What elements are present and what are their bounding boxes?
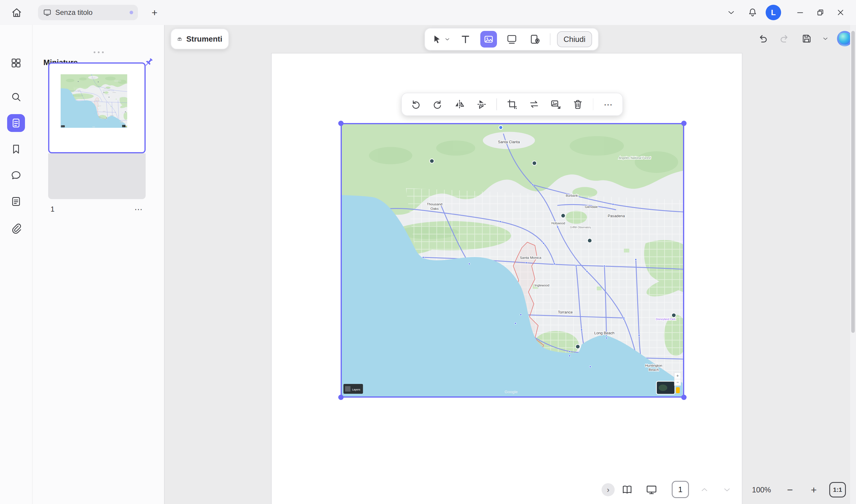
place-tool[interactable] (527, 31, 543, 48)
thumbnails-panel: Miniature 1 ⋯ (33, 25, 165, 504)
paperclip-icon (10, 222, 22, 234)
rotate-right-button[interactable] (431, 97, 445, 111)
page-thumbnail-row: 1 ⋯ (48, 203, 146, 215)
redo-icon (779, 32, 791, 45)
place-icon (529, 33, 541, 45)
swap-icon (528, 98, 540, 110)
panel-drag-handle[interactable] (91, 50, 106, 55)
sidebar-item-search[interactable] (7, 88, 25, 106)
save-options-button[interactable] (821, 32, 829, 46)
sidebar-item-bookmark[interactable] (7, 140, 25, 158)
search-icon (10, 91, 22, 103)
image-tool[interactable] (480, 31, 497, 48)
chevron-down-icon (822, 35, 829, 42)
restore-button[interactable] (812, 4, 829, 21)
editor-canvas-area: Strumenti Chiudi (165, 25, 856, 504)
notifications-button[interactable] (744, 4, 761, 21)
presentation-icon (645, 484, 658, 496)
sidebar-item-comments[interactable] (7, 166, 25, 184)
zoom-out-button[interactable]: − (783, 477, 797, 503)
image-more-button[interactable]: ⋯ (602, 97, 615, 111)
apps-grid-icon (10, 57, 22, 69)
next-page-button[interactable] (720, 477, 734, 503)
undo-button[interactable] (755, 32, 770, 46)
undo-icon (756, 32, 769, 45)
page-number-input[interactable] (672, 481, 689, 498)
text-tool[interactable] (457, 31, 474, 48)
bookmark-icon (10, 143, 22, 155)
map-image (342, 124, 683, 396)
select-tool[interactable] (431, 33, 450, 45)
flip-horizontal-icon (453, 98, 465, 110)
flip-horizontal-button[interactable] (453, 97, 466, 111)
sidebar-item-apps[interactable] (7, 54, 25, 72)
sidebar-item-document[interactable] (7, 114, 25, 132)
notes-icon (10, 196, 22, 208)
minimize-button[interactable] (792, 4, 808, 21)
zoom-level[interactable]: 100% (747, 477, 776, 503)
resize-handle-bottom-right[interactable] (681, 395, 686, 400)
page-thumbnail-more-button[interactable]: ⋯ (135, 204, 146, 214)
tools-gift-icon (177, 34, 182, 44)
crop-button[interactable] (505, 97, 519, 111)
document-page[interactable] (271, 53, 743, 504)
chevron-down-icon (726, 8, 736, 17)
image-icon (483, 33, 495, 45)
app-window: Santa Clarita Angeles National Forest Th… (0, 0, 856, 504)
image-toolbar-divider (593, 98, 593, 110)
document-icon (10, 117, 22, 129)
delete-button[interactable] (571, 97, 585, 111)
comment-icon (10, 169, 22, 181)
unsaved-indicator (130, 11, 133, 14)
zoom-in-button[interactable]: + (807, 477, 820, 503)
scrollbar-thumb[interactable] (851, 31, 855, 333)
cursor-icon (431, 33, 443, 45)
flip-vertical-button[interactable] (475, 97, 488, 111)
previous-page-button[interactable] (698, 477, 711, 503)
restore-icon (815, 7, 825, 18)
resize-handle-bottom-left[interactable] (338, 395, 344, 400)
save-button[interactable] (800, 32, 814, 46)
close-icon (836, 7, 845, 18)
page-thumbnail-map (60, 74, 127, 128)
swap-button[interactable] (527, 97, 541, 111)
trash-icon (572, 98, 584, 110)
tools-button[interactable]: Strumenti (171, 29, 229, 49)
toolbar-divider (550, 33, 550, 45)
title-bar: Senza titolo + L (0, 0, 856, 25)
crop-icon (506, 98, 518, 110)
account-avatar[interactable]: L (766, 5, 781, 20)
replace-image-button[interactable] (549, 97, 563, 111)
text-tool-icon (460, 33, 471, 45)
sidebar-item-attachments[interactable] (7, 219, 25, 237)
close-window-button[interactable] (832, 4, 849, 21)
close-edit-button[interactable]: Chiudi (557, 31, 592, 47)
frame-icon (506, 33, 518, 45)
rotate-left-button[interactable] (409, 97, 423, 111)
document-tab[interactable]: Senza titolo (38, 5, 138, 20)
minimize-icon (795, 7, 805, 18)
board-icon (43, 8, 52, 17)
sidebar-item-notes[interactable] (7, 193, 25, 211)
resize-handle-top-right[interactable] (681, 121, 686, 126)
image-toolbar: ⋯ (401, 93, 623, 116)
main-toolbar: Chiudi (425, 28, 599, 51)
redo-button[interactable] (778, 32, 792, 46)
rotate-left-icon (410, 98, 422, 110)
chevron-down-icon (444, 36, 450, 42)
tabs-dropdown-button[interactable] (723, 4, 739, 21)
app-sidebar (0, 25, 33, 504)
book-icon (621, 484, 634, 496)
fit-actual-size-button[interactable]: 1:1 (829, 482, 846, 498)
resize-handle-top-left[interactable] (338, 121, 344, 126)
reader-mode-button[interactable] (620, 477, 635, 503)
present-mode-button[interactable] (644, 477, 659, 503)
expand-panel-button[interactable]: › (602, 483, 615, 496)
selected-map-image[interactable] (341, 123, 684, 398)
chevron-down-icon (722, 485, 732, 494)
page-thumbnail[interactable] (48, 62, 146, 154)
frame-tool[interactable] (503, 31, 520, 48)
home-button[interactable] (8, 4, 25, 21)
replace-image-icon (550, 98, 562, 110)
new-tab-button[interactable]: + (146, 4, 163, 21)
